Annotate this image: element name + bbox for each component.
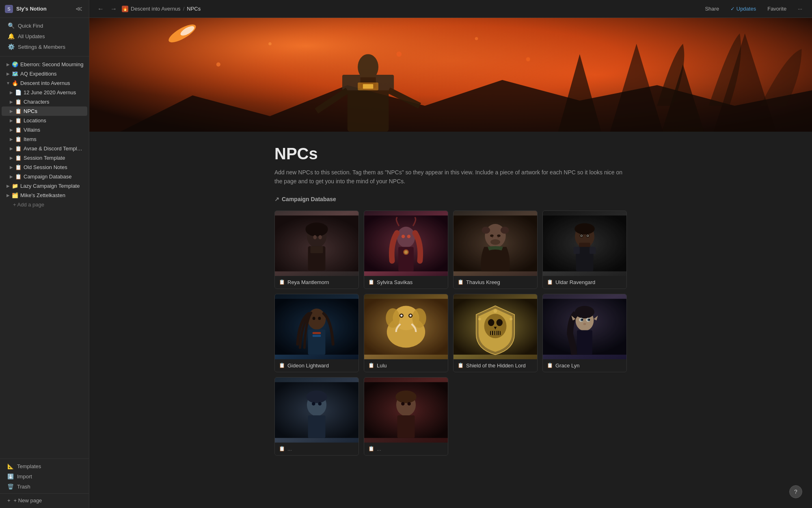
page-icon: 📋 [368, 363, 374, 368]
sidebar-item-npcs[interactable]: ▶ 📋 NPCs [2, 106, 87, 116]
sidebar-item-avrae[interactable]: ▶ 📋 Avrae & Discord Templates [2, 144, 87, 153]
forward-button[interactable]: → [109, 4, 119, 14]
chevron-right-icon: ▶ [8, 137, 15, 141]
svg-rect-120 [397, 415, 415, 438]
sidebar-item-items[interactable]: ▶ 📋 Items [2, 135, 87, 144]
chevron-right-icon: ▶ [8, 109, 15, 113]
chevron-right-icon: ▶ [5, 72, 11, 76]
new-page-button[interactable]: + + New page [2, 495, 87, 506]
help-button[interactable]: ? [789, 485, 802, 498]
svg-point-86 [488, 319, 494, 326]
favorite-button[interactable]: Favorite [764, 4, 790, 13]
sidebar-item-descent-avernus[interactable]: ▼ 🔥 Descent into Avernus [2, 78, 87, 88]
sidebar-item-lazy-campaign[interactable]: ▶ 📁 Lazy Campaign Template [2, 181, 87, 191]
npc-name-extra1: ... [287, 446, 292, 452]
sidebar-item-june-2020[interactable]: ▶ 📄 12 June 2020 Avernus [2, 88, 87, 97]
mike-icon: 🗂️ [11, 192, 19, 198]
npc-card-gideon[interactable]: 📋 Gideon Lightward [274, 294, 359, 372]
svg-point-87 [497, 319, 503, 326]
npc-card-reya[interactable]: 📋 Reya Mantlemorn [274, 211, 359, 289]
gallery-grid-row2: 📋 Gideon Lightward [274, 294, 627, 372]
npc-portrait-extra1 [275, 378, 358, 443]
campaign-database-link[interactable]: ↗ Campaign Database [274, 196, 627, 202]
breadcrumb-parent[interactable]: Descent into Avernus [131, 6, 181, 12]
more-options-button[interactable]: ··· [795, 4, 806, 13]
sidebar-item-import[interactable]: ⬇️ Import [2, 471, 87, 482]
sidebar-item-templates[interactable]: 📐 Templates [2, 461, 87, 471]
sidebar-item-quick-find[interactable]: 🔍 Quick Find [2, 20, 87, 31]
page-icon: 📋 [547, 279, 553, 285]
chevron-right-icon: ▶ [8, 174, 15, 179]
svg-point-111 [306, 391, 327, 403]
page-icon: 📋 [458, 363, 464, 368]
npc-card-uldar[interactable]: 📋 Uldar Ravengard [542, 211, 627, 289]
topbar: ← → 🔥 Descent into Avernus / NPCs Share … [89, 0, 812, 18]
svg-point-22 [475, 37, 478, 40]
back-button[interactable]: ← [96, 4, 106, 14]
npc-portrait-thavius [454, 211, 537, 276]
import-icon: ⬇️ [7, 473, 14, 480]
npc-card-lulu[interactable]: 📋 Lulu [364, 294, 448, 372]
sidebar-item-campaign-database[interactable]: ▶ 📋 Campaign Database [2, 172, 87, 181]
svg-rect-51 [454, 215, 537, 271]
svg-point-21 [397, 52, 402, 57]
updates-button[interactable]: ✓ Updates [727, 4, 759, 13]
npc-card-sylvira[interactable]: 📋 Sylvira Savikas [364, 211, 448, 289]
npc-card-extra2[interactable]: 📋 ... [364, 377, 448, 456]
svg-point-12 [358, 54, 378, 80]
doc-icon: 📋 [15, 136, 22, 142]
trash-icon: 🗑️ [7, 484, 14, 490]
share-button[interactable]: Share [702, 4, 722, 13]
svg-point-117 [395, 391, 417, 403]
sidebar-item-eberron[interactable]: ▶ 🌍 Eberron: Second Mourning [2, 60, 87, 69]
page-content: NPCs Add new NPCs to this section. Tag t… [89, 18, 812, 508]
npc-card-footer-extra2: 📋 ... [364, 443, 448, 455]
sidebar-item-characters[interactable]: ▶ 📋 Characters [2, 97, 87, 106]
page-body: NPCs Add new NPCs to this section. Tag t… [235, 132, 666, 486]
npc-card-grace[interactable]: 📋 Grace Lyn [542, 294, 627, 372]
npc-portrait-grace [543, 294, 626, 359]
svg-rect-41 [364, 215, 448, 271]
sidebar-item-all-updates[interactable]: 🔔 All Updates [2, 31, 87, 41]
npc-card-thavius[interactable]: 📋 Thavius Kreeg [453, 211, 538, 289]
collapse-sidebar-button[interactable]: ≪ [74, 4, 84, 13]
templates-icon: 📐 [7, 463, 14, 469]
gear-icon: ⚙️ [7, 43, 15, 50]
npc-name-reya: Reya Mantlemorn [287, 279, 329, 285]
avernus-icon: 🔥 [11, 80, 19, 86]
npc-name-thavius: Thavius Kreeg [466, 279, 500, 285]
chevron-right-icon: ▶ [5, 193, 11, 198]
sidebar-item-trash[interactable]: 🗑️ Trash [2, 482, 87, 492]
svg-point-112 [312, 402, 315, 406]
page-icon: 📋 [368, 446, 374, 452]
npc-card-extra1[interactable]: 📋 ... [274, 377, 359, 456]
npc-card-footer-lulu: 📋 Lulu [364, 359, 448, 372]
sidebar-item-session-template[interactable]: ▶ 📋 Session Template [2, 153, 87, 163]
bell-icon: 🔔 [7, 33, 15, 39]
sidebar-item-old-session-notes[interactable]: ▶ 📋 Old Session Notes [2, 163, 87, 172]
chevron-right-icon: ▶ [8, 128, 15, 132]
chevron-right-icon: ▶ [8, 118, 15, 123]
npc-card-footer-shield: 📋 Shield of the Hidden Lord [454, 359, 537, 372]
doc-icon: 📋 [15, 164, 22, 170]
add-page-item[interactable]: + Add a page [2, 200, 87, 209]
sidebar-item-mikes-zettelkasten[interactable]: ▶ 🗂️ Mike's Zettelkasten [2, 191, 87, 200]
sidebar-item-locations[interactable]: ▶ 📋 Locations [2, 116, 87, 125]
sidebar-item-settings[interactable]: ⚙️ Settings & Members [2, 41, 87, 52]
sidebar-item-aq-expeditions[interactable]: ▶ 🗺️ AQ Expeditions [2, 69, 87, 78]
npc-card-shield[interactable]: 📋 Shield of the Hidden Lord [453, 294, 538, 372]
workspace-header[interactable]: S Sly's Notion ≪ [0, 0, 89, 18]
page-icon: 📋 [458, 279, 464, 285]
page-icon: 📋 [547, 363, 553, 368]
doc-icon: 📋 [15, 108, 22, 114]
svg-point-119 [407, 402, 411, 406]
svg-rect-83 [364, 299, 448, 354]
workspace-name: Sly's Notion [16, 6, 74, 12]
svg-point-96 [510, 317, 512, 320]
chevron-right-icon: ▶ [5, 62, 11, 67]
sidebar-item-villains[interactable]: ▶ 📋 Villains ··· + [2, 125, 87, 135]
svg-point-19 [216, 62, 220, 66]
npc-card-footer-reya: 📋 Reya Mantlemorn [275, 276, 358, 289]
npc-portrait-lulu [364, 294, 448, 359]
npc-card-footer-extra1: 📋 ... [275, 443, 358, 455]
